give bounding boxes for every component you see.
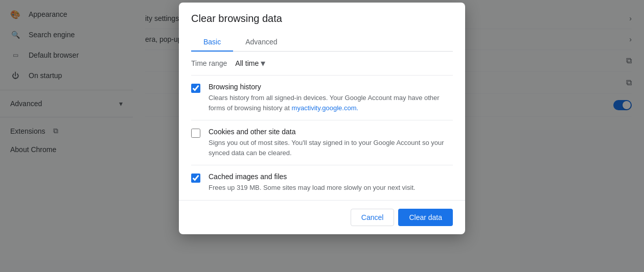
dialog-overlay: Clear browsing data Basic Advanced Time … xyxy=(0,0,644,272)
cookies-content: Cookies and other site data Signs you ou… xyxy=(209,128,453,158)
browsing-history-item: Browsing history Clears history from all… xyxy=(191,76,453,120)
time-range-select[interactable]: All time ▾ xyxy=(235,58,265,69)
browsing-history-desc: Clears history from all signed-in device… xyxy=(209,93,453,113)
clear-data-button[interactable]: Clear data xyxy=(398,209,453,226)
myactivity-link[interactable]: myactivity.google.com. xyxy=(292,104,359,112)
cached-images-checkbox-wrapper[interactable] xyxy=(191,174,200,185)
browsing-history-checkbox-wrapper[interactable] xyxy=(191,84,200,95)
browsing-history-checkbox[interactable] xyxy=(191,84,200,93)
browsing-history-title: Browsing history xyxy=(209,83,453,91)
time-range-row: Time range All time ▾ xyxy=(191,52,453,76)
dropdown-arrow-icon: ▾ xyxy=(261,58,265,69)
time-range-label: Time range xyxy=(191,59,227,67)
cookies-item: Cookies and other site data Signs you ou… xyxy=(191,120,453,165)
cached-images-desc: Frees up 319 MB. Some sites may load mor… xyxy=(209,183,416,193)
time-range-value: All time xyxy=(235,59,259,67)
cached-images-item: Cached images and files Frees up 319 MB.… xyxy=(191,165,453,200)
cookies-checkbox-wrapper[interactable] xyxy=(191,129,200,140)
cookies-desc: Signs you out of most sites. You'll stay… xyxy=(209,138,453,158)
cached-images-content: Cached images and files Frees up 319 MB.… xyxy=(209,172,416,193)
dialog-footer: Cancel Clear data xyxy=(179,200,465,234)
clear-browsing-data-dialog: Clear browsing data Basic Advanced Time … xyxy=(179,3,465,234)
dialog-tabs: Basic Advanced xyxy=(191,33,453,52)
tab-basic[interactable]: Basic xyxy=(191,33,233,51)
dialog-title: Clear browsing data xyxy=(191,13,453,24)
browsing-history-content: Browsing history Clears history from all… xyxy=(209,83,453,113)
cached-images-title: Cached images and files xyxy=(209,172,416,181)
cached-images-checkbox[interactable] xyxy=(191,174,200,183)
tab-advanced[interactable]: Advanced xyxy=(233,33,289,51)
dialog-body: Time range All time ▾ Browsing history C… xyxy=(179,52,465,200)
dialog-header: Clear browsing data Basic Advanced xyxy=(179,3,465,52)
cookies-title: Cookies and other site data xyxy=(209,128,453,136)
cookies-checkbox[interactable] xyxy=(191,129,200,138)
cancel-button[interactable]: Cancel xyxy=(351,209,395,226)
